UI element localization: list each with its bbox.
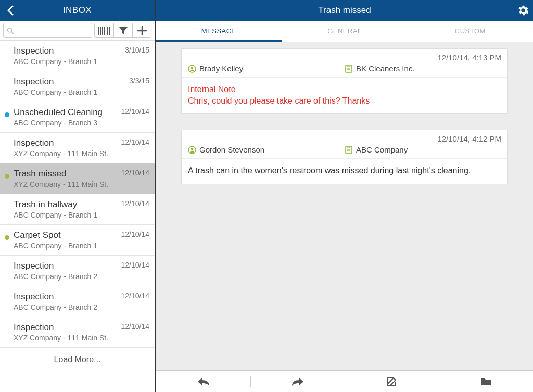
inbox-item[interactable]: Inspection ABC Company - Branch 1 3/10/1… (0, 41, 155, 71)
inbox-item-subtitle: XYZ Company - 111 Main St. (14, 180, 117, 188)
reply-button[interactable] (156, 371, 250, 392)
inbox-item[interactable]: Inspection ABC Company - Branch 2 12/10/… (0, 286, 155, 317)
inbox-item[interactable]: Unscheduled Cleaning ABC Company - Branc… (0, 102, 155, 133)
settings-button[interactable] (517, 0, 529, 21)
detail-tabs: MESSAGEGENERALCUSTOM (156, 21, 533, 42)
back-button[interactable] (0, 5, 21, 16)
message-time: 12/10/14, 4:13 PM (188, 53, 501, 62)
svg-rect-21 (481, 380, 491, 380)
message-time: 12/10/14, 4:12 PM (188, 134, 501, 143)
inbox-item[interactable]: Trash in hallway ABC Company - Branch 1 … (0, 194, 155, 225)
svg-line-1 (11, 32, 13, 33)
filter-button[interactable] (113, 23, 132, 37)
tab-message[interactable]: MESSAGE (156, 21, 282, 42)
detail-header: Trash missed (156, 0, 533, 21)
inbox-item-title: Trash missed (14, 169, 117, 179)
archive-button[interactable] (439, 371, 533, 392)
message-person: Gordon Stevenson (199, 145, 264, 154)
message-content: 12/10/14, 4:13 PM Brady Kelley BK Cleane… (156, 42, 533, 370)
message-card: 12/10/14, 4:12 PM Gordon Stevenson ABC C… (181, 130, 508, 184)
search-input[interactable] (16, 27, 88, 34)
inbox-item-date: 3/10/15 (125, 46, 149, 66)
forward-button[interactable] (250, 371, 345, 392)
inbox-item-date: 12/10/14 (121, 322, 150, 342)
folder-icon (480, 377, 492, 386)
inbox-item-subtitle: XYZ Company - 111 Main St. (14, 149, 117, 158)
message-body: Chris, could you please take care of thi… (188, 95, 501, 107)
gear-icon (517, 5, 529, 16)
reply-icon (197, 377, 210, 386)
detail-pane: Trash missed MESSAGEGENERALCUSTOM 12/10/… (156, 0, 533, 392)
filter-icon (119, 27, 128, 35)
status-dot (5, 112, 9, 117)
svg-point-10 (191, 66, 194, 69)
inbox-item-title: Inspection (14, 138, 117, 148)
inbox-item-subtitle: ABC Company - Branch 1 (14, 57, 121, 66)
inbox-item-subtitle: XYZ Company - 111 Main St. (14, 334, 117, 342)
inbox-item-subtitle: ABC Company - Branch 2 (14, 272, 117, 281)
inbox-header: INBOX (0, 0, 155, 21)
inbox-pane: INBOX (0, 0, 156, 392)
inbox-item-title: Inspection (14, 322, 117, 333)
forward-icon (291, 377, 304, 386)
inbox-item-title: Carpet Spot (14, 230, 117, 241)
compose-icon (386, 376, 398, 387)
bottom-bar (156, 370, 533, 392)
inbox-item[interactable]: Inspection XYZ Company - 111 Main St. 12… (0, 317, 155, 348)
inbox-item-date: 12/10/14 (121, 138, 150, 158)
barcode-icon (98, 27, 110, 35)
svg-rect-5 (104, 27, 105, 35)
inbox-item-subtitle: ABC Company - Branch 1 (14, 211, 117, 219)
company-icon (345, 146, 353, 154)
add-button[interactable] (132, 23, 151, 37)
inbox-item[interactable]: Inspection XYZ Company - 111 Main St. 12… (0, 133, 155, 163)
inbox-item[interactable]: Inspection ABC Company - Branch 1 3/3/15 (0, 71, 155, 102)
inbox-toolbar (0, 21, 155, 41)
svg-rect-4 (102, 27, 103, 35)
svg-rect-2 (98, 27, 99, 35)
inbox-item-title: Inspection (14, 77, 125, 87)
tab-general[interactable]: GENERAL (282, 21, 407, 42)
tab-custom[interactable]: CUSTOM (408, 21, 533, 42)
inbox-item-date: 12/10/14 (121, 230, 150, 250)
message-company: ABC Company (356, 145, 408, 154)
message-company: BK Cleaners Inc. (356, 64, 415, 73)
search-wrap[interactable] (3, 23, 92, 38)
inbox-item-date: 12/10/14 (121, 199, 150, 219)
inbox-item-title: Inspection (14, 46, 121, 56)
detail-title: Trash missed (156, 5, 533, 16)
inbox-item[interactable]: Carpet Spot ABC Company - Branch 1 12/10… (0, 225, 155, 256)
person-icon (188, 65, 196, 73)
plus-icon (137, 26, 147, 35)
compose-button[interactable] (345, 371, 439, 392)
inbox-item-date: 12/10/14 (121, 107, 150, 127)
inbox-item-date: 3/3/15 (129, 77, 149, 96)
load-more-button[interactable]: Load More... (0, 348, 155, 376)
status-dot (5, 174, 9, 179)
svg-rect-11 (346, 65, 352, 72)
svg-rect-3 (100, 27, 101, 35)
svg-rect-7 (107, 27, 108, 35)
inbox-item-subtitle: ABC Company - Branch 3 (14, 119, 117, 127)
inbox-item-date: 12/10/14 (121, 292, 150, 311)
status-dot (5, 235, 9, 240)
svg-rect-6 (106, 27, 106, 35)
inbox-item-date: 12/10/14 (121, 169, 150, 188)
message-body: A trash can in the women's restroom was … (188, 165, 501, 176)
inbox-item-subtitle: ABC Company - Branch 2 (14, 303, 117, 311)
inbox-list[interactable]: Inspection ABC Company - Branch 1 3/10/1… (0, 41, 155, 392)
svg-point-16 (191, 147, 194, 150)
person-icon (188, 146, 196, 154)
inbox-item[interactable]: Inspection ABC Company - Branch 2 12/10/… (0, 256, 155, 286)
note-label: Internal Note (188, 84, 501, 95)
barcode-button[interactable] (95, 23, 113, 37)
inbox-item-title: Unscheduled Cleaning (14, 107, 117, 118)
inbox-item-date: 12/10/14 (121, 261, 150, 281)
svg-rect-17 (346, 146, 352, 154)
inbox-item-title: Trash in hallway (14, 199, 117, 210)
message-card: 12/10/14, 4:13 PM Brady Kelley BK Cleane… (181, 48, 508, 114)
inbox-title: INBOX (0, 5, 155, 16)
inbox-item-subtitle: ABC Company - Branch 1 (14, 242, 117, 250)
inbox-item[interactable]: Trash missed XYZ Company - 111 Main St. … (0, 163, 155, 194)
inbox-item-title: Inspection (14, 261, 117, 271)
